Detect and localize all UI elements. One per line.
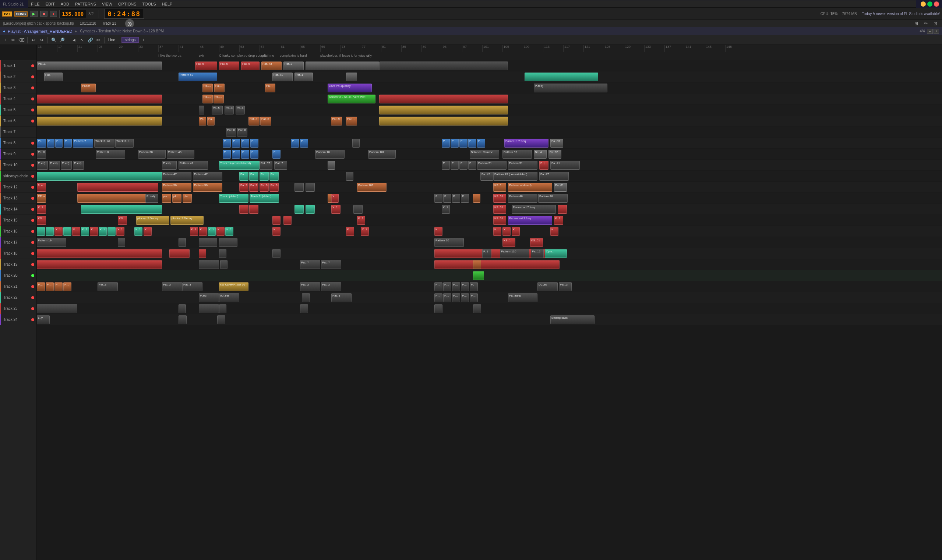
pattern-1-1[interactable]: Pat..1 [37,62,162,70]
pattern-1-2[interactable]: Pat..6 [195,62,217,70]
pattern-12-9[interactable] [294,183,304,192]
pattern-8-9[interactable]: Pat..2 [232,139,240,148]
pattern-16-25[interactable]: KS..1 [550,227,558,236]
pattern-21-8[interactable]: KS KSHMR..ust 05 [219,282,248,291]
pattern-13-4[interactable]: plucky p..anning [162,194,171,203]
pattern-15-5[interactable] [272,216,281,225]
track-mute-5[interactable] [31,109,34,111]
pattern-12-4[interactable]: Pattern 50 [193,183,222,192]
pattern-19-1[interactable] [37,260,162,269]
pattern-22-4[interactable]: Pat..3 [331,293,352,302]
track-mute-9[interactable] [31,153,34,155]
pattern-18-4[interactable] [219,249,227,258]
minimize-button[interactable] [920,2,926,7]
pattern-3-5[interactable]: Love Ph..quency [328,83,372,92]
pattern-17-2[interactable] [118,238,125,247]
pattern-5-1[interactable] [37,106,162,114]
pattern-16-12[interactable]: KS..01 [143,227,152,236]
pattern-12-5[interactable]: Pa..9 [239,183,248,192]
pencil-icon[interactable]: ✏ [922,20,930,27]
pattern-13-8[interactable]: Track 1..(dated) [250,194,279,203]
pattern-23-6[interactable] [434,304,442,313]
pattern-21-16[interactable]: DL..es [537,282,558,291]
pattern-8-21[interactable]: Pa..03 [550,139,563,148]
pat-button[interactable]: PAT [2,11,12,17]
track-label-18[interactable]: Track 18 [0,248,37,259]
pattern-24-2[interactable] [179,315,187,324]
pattern-8-19[interactable]: Pa..2 [477,139,485,148]
zoom-in-icon[interactable]: 🔍 [50,37,57,44]
pattern-16-7[interactable]: KS..01 [90,227,98,236]
pattern-18-1[interactable] [37,249,162,258]
pattern-22-1[interactable]: P..ed) [199,293,219,302]
pattern-5-2[interactable] [199,106,204,114]
pattern-10-18[interactable]: Pa..41 [550,161,580,169]
track-mute-19[interactable] [31,263,34,266]
pattern-10-2[interactable]: P..ed) [49,161,60,169]
pattern-22-6[interactable]: Pa..06 [443,293,451,302]
pattern-21-6[interactable]: Pat..3 [162,282,182,291]
pattern-16-17[interactable]: K..1 [225,227,233,236]
playlist-zoom-out[interactable]: − [927,29,933,34]
pattern-14-4[interactable] [249,205,258,214]
track-label-7[interactable]: Track 7 [0,126,37,138]
pattern-6-1[interactable] [37,117,162,125]
pattern-9-12[interactable]: Balance..Volume [470,150,499,158]
pattern-14-5[interactable] [294,205,304,214]
pattern-16-21[interactable]: KS..01 [434,227,442,236]
track-label-16[interactable]: Track 16 [0,226,37,237]
track-label-11[interactable]: sideways chain [0,171,37,182]
pattern-11-9[interactable]: Pa..#2 [480,172,493,181]
pattern-22-2[interactable]: 00..ser [219,293,239,302]
select-icon[interactable]: ⊡ [932,20,939,27]
pattern-18-3[interactable] [199,249,206,258]
track-mute-22[interactable] [31,296,34,299]
line-mode-label[interactable]: Line [107,38,117,42]
pattern-9-14[interactable]: Ba..4 [534,150,547,158]
pattern-1-7[interactable] [305,62,379,70]
pattern-19-7[interactable] [473,260,481,269]
pattern-13-16[interactable]: KS..01 [493,194,506,203]
menu-file[interactable]: FILE [29,2,41,6]
menu-edit[interactable]: EDIT [44,2,56,6]
pattern-15-10[interactable]: K..1 [554,216,563,225]
pattern-21-4[interactable]: Pa..4 [63,282,71,291]
pattern-9-10[interactable]: Pattern 18 [315,150,345,158]
pattern-11-10[interactable]: Pattern 49 (consolidated) [493,172,537,181]
track-mute-6[interactable] [31,120,34,123]
pattern-11-6[interactable]: Pat..7 [259,172,269,181]
pattern-13-10[interactable]: X..1 [331,194,339,203]
pattern-8-7[interactable]: Track 3..ated) #2 [115,139,134,148]
pattern-15-8[interactable]: KS..01 [493,216,506,225]
track-label-1[interactable]: Track 1 [0,60,37,71]
pattern-9-5[interactable]: Pa..3 [223,150,231,158]
pattern-10-15[interactable]: Pattern 51 [477,161,507,169]
bpm-display[interactable]: 135.000 [59,10,86,18]
pattern-21-9[interactable]: Pat..3 [300,282,320,291]
track-label-6[interactable]: Track 6 [0,115,37,126]
pattern-10-12[interactable]: P..#2 [450,161,459,169]
pattern-4-5[interactable] [379,95,508,103]
pattern-8-12[interactable]: Pat..2 [291,139,299,148]
zoom-out-icon[interactable]: 🔎 [58,37,66,44]
track-label-19[interactable]: Track 19 [0,259,37,270]
pattern-8-1[interactable]: Pat..7 [37,139,46,148]
pattern-21-2[interactable]: Pa..4 [46,282,54,291]
track-label-23[interactable]: Track 23 [0,303,37,314]
pattern-8-17[interactable]: Pa..2 [459,139,467,148]
track-label-10[interactable]: Track 10 [0,160,37,171]
pattern-1-6[interactable]: Pat..3 [284,62,304,70]
pattern-3-4[interactable]: Pa..07 [265,83,275,92]
pattern-18-9[interactable]: Pa..12 [531,249,544,258]
track-label-24[interactable]: Track 24 [0,314,37,325]
pattern-14-2[interactable] [81,205,162,214]
pattern-10-8[interactable]: Pat..57 [259,161,272,169]
pattern-8-11[interactable]: Pat..2 [250,139,258,148]
pattern-16-14[interactable]: KS..01 [199,227,207,236]
pattern-15-1[interactable]: KS..1 [37,216,46,225]
pattern-16-4[interactable] [63,227,71,236]
pattern-13-1[interactable]: PP..u [37,194,46,203]
pattern-9-3[interactable]: Pattern 38 [138,150,166,158]
track-mute-14[interactable] [31,208,34,211]
redo-icon[interactable]: ↪ [38,37,45,44]
